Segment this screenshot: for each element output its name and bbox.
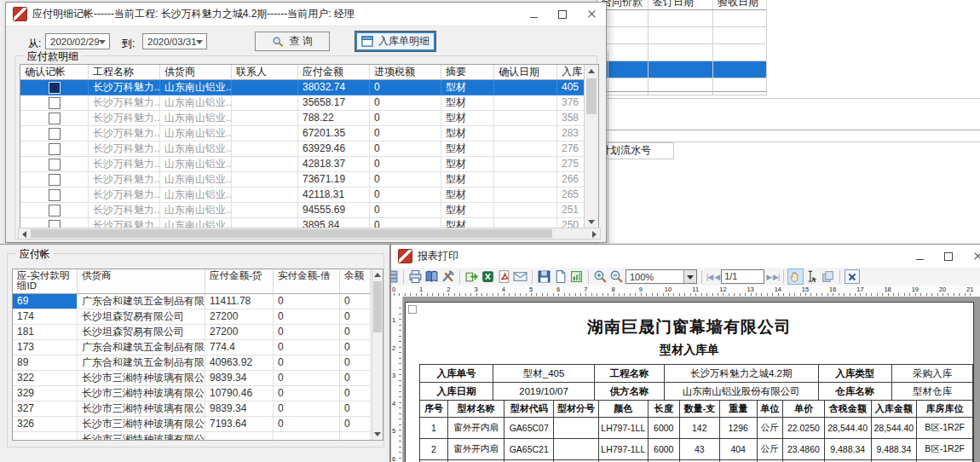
table-row[interactable] bbox=[597, 27, 768, 44]
scrollbar-thumb[interactable] bbox=[373, 281, 382, 332]
vertical-scrollbar[interactable] bbox=[584, 65, 598, 228]
table-row[interactable]: 长沙万科魅力...山东南山铝业...788.220型材358 bbox=[20, 111, 598, 126]
tools-icon[interactable] bbox=[441, 269, 455, 284]
table-row[interactable]: 69广东合和建筑五金制品有限公司11411.7800 bbox=[13, 294, 383, 309]
column-header[interactable]: 签订日期 bbox=[649, 0, 713, 10]
scroll-up-icon[interactable] bbox=[588, 69, 595, 73]
close-button[interactable] bbox=[963, 245, 980, 268]
hand-tool-icon[interactable] bbox=[788, 269, 803, 284]
table-row[interactable] bbox=[597, 78, 768, 95]
confirm-checkbox[interactable] bbox=[49, 159, 61, 170]
table-row[interactable]: 长沙市三湘特种玻璃有限公司 bbox=[13, 432, 383, 441]
column-header[interactable]: 供货商 bbox=[78, 269, 205, 294]
scrollbar-thumb[interactable] bbox=[586, 78, 597, 114]
table-row[interactable]: 长沙万科魅力...山东南山铝业...94555.690型材251 bbox=[20, 203, 598, 218]
scroll-left-icon[interactable] bbox=[22, 231, 26, 238]
column-header[interactable]: 供货商 bbox=[160, 65, 232, 80]
confirm-checkbox[interactable] bbox=[49, 82, 61, 94]
table-row[interactable]: 173广东合和建筑五金制品有限公司774.400 bbox=[13, 340, 383, 355]
grid-icon[interactable] bbox=[390, 269, 399, 284]
text-select-icon[interactable] bbox=[804, 269, 819, 284]
table-row[interactable] bbox=[597, 61, 768, 78]
maximize-button[interactable] bbox=[548, 3, 577, 26]
table-row[interactable]: 181长沙坦森贸易有限公司2720000 bbox=[13, 325, 383, 340]
to-date-combo[interactable]: 2020/03/31 bbox=[142, 33, 207, 49]
confirm-checkbox[interactable] bbox=[49, 113, 61, 124]
table-row[interactable]: 174长沙坦森贸易有限公司2720000 bbox=[13, 309, 383, 325]
maximize-button[interactable] bbox=[934, 245, 963, 268]
column-header[interactable]: 进项税额 bbox=[370, 65, 441, 80]
titlebar[interactable]: 报表打印 bbox=[391, 245, 980, 269]
group-title: 应付款明细 bbox=[24, 49, 82, 64]
scroll-right-icon[interactable] bbox=[592, 231, 597, 238]
preview-area[interactable]: 123456 湖南巨晟门窗幕墙有限公司 型材入库单 入库单号型材_405工程名称… bbox=[391, 297, 980, 462]
save-icon[interactable] bbox=[537, 269, 551, 284]
minimize-button[interactable] bbox=[519, 3, 548, 26]
mail-icon[interactable] bbox=[513, 269, 527, 284]
dropdown-button[interactable] bbox=[683, 270, 696, 283]
report-form-title: 型材入库单 bbox=[406, 343, 973, 358]
next-page-icon[interactable]: ▶ bbox=[766, 273, 771, 281]
table-row[interactable]: 长沙万科魅力...山东南山铝业...35658.170型材376 bbox=[20, 95, 598, 111]
confirm-checkbox[interactable] bbox=[49, 205, 61, 217]
print-icon[interactable] bbox=[408, 269, 423, 284]
horizontal-scrollbar[interactable] bbox=[18, 228, 601, 240]
column-header[interactable]: 确认记帐 bbox=[20, 65, 89, 80]
minimize-button[interactable] bbox=[905, 245, 934, 268]
scroll-down-icon[interactable] bbox=[374, 432, 381, 436]
table-row[interactable]: 329长沙市三湘特种玻璃有限公司10790.4600 bbox=[13, 386, 383, 401]
zoom-level-combo[interactable]: 100% bbox=[625, 269, 697, 284]
last-page-icon[interactable]: ▶| bbox=[773, 273, 779, 281]
excel-icon[interactable] bbox=[481, 269, 495, 284]
from-date-combo[interactable]: 2020/02/29 bbox=[45, 33, 110, 49]
page-icon[interactable] bbox=[553, 269, 568, 284]
zoom-out-icon[interactable] bbox=[609, 269, 624, 284]
chart-icon[interactable] bbox=[569, 269, 584, 284]
table-row[interactable]: 327长沙市三湘特种玻璃有限公司9839.3400 bbox=[13, 401, 383, 417]
confirm-checkbox[interactable] bbox=[49, 174, 61, 186]
confirm-checkbox[interactable] bbox=[49, 189, 61, 201]
pdf-icon[interactable] bbox=[497, 269, 511, 284]
table-row[interactable]: 长沙万科魅力...山东南山铝业...73671.190型材266 bbox=[20, 172, 598, 188]
page-indicator[interactable]: 1/1 bbox=[721, 269, 764, 284]
column-header[interactable]: 联系人 bbox=[232, 65, 298, 80]
column-header[interactable]: 应-实付款明细ID bbox=[13, 269, 78, 294]
confirm-checkbox[interactable] bbox=[49, 97, 61, 109]
column-header[interactable]: 实付金额-借 bbox=[274, 269, 340, 294]
column-header[interactable]: 确认日期 bbox=[494, 65, 557, 80]
zoom-in-icon[interactable] bbox=[593, 269, 608, 284]
table-row[interactable]: 长沙万科魅力...山东南山铝业...63929.460型材276 bbox=[20, 141, 598, 157]
column-header[interactable]: 工程名称 bbox=[89, 65, 160, 80]
scroll-up-icon[interactable] bbox=[374, 273, 381, 277]
table-row[interactable]: 322长沙市三湘特种玻璃有限公司9839.3400 bbox=[13, 371, 383, 386]
table-row[interactable]: 326长沙市三湘特种玻璃有限公司7193.6400 bbox=[13, 417, 383, 432]
column-header[interactable]: 应付金额 bbox=[298, 65, 370, 80]
book-icon[interactable] bbox=[424, 269, 439, 284]
column-header[interactable]: 余额 bbox=[340, 269, 371, 294]
column-header[interactable]: 应付金额-贷 bbox=[205, 269, 274, 294]
vertical-scrollbar[interactable] bbox=[372, 269, 383, 440]
first-page-icon[interactable]: |◀ bbox=[706, 273, 712, 281]
column-header[interactable]: 入库 bbox=[557, 65, 585, 80]
table-row[interactable]: 长沙万科魅力...山东南山铝业...42818.370型材275 bbox=[20, 157, 598, 172]
table-row[interactable]: 长沙万科魅力...山东南山铝业...42118.310型材265 bbox=[20, 188, 598, 203]
scroll-down-icon[interactable] bbox=[588, 220, 595, 224]
table-row[interactable]: 89广东合和建筑五金制品有限公司40963.9200 bbox=[13, 355, 383, 371]
confirm-checkbox[interactable] bbox=[49, 143, 61, 155]
scrollbar-thumb[interactable] bbox=[31, 229, 552, 238]
copy-pages-icon[interactable] bbox=[821, 269, 835, 284]
table-row[interactable]: 长沙万科魅力...山东南山铝业...38032.740型材405 bbox=[20, 80, 598, 95]
close-button[interactable] bbox=[577, 3, 606, 26]
titlebar[interactable]: 应付明细记帐------当前工程: 长沙万科魅力之城4.2期------当前用户… bbox=[6, 3, 606, 26]
export-icon[interactable] bbox=[464, 269, 479, 284]
table-row[interactable] bbox=[597, 10, 768, 27]
column-header[interactable]: 摘要 bbox=[441, 65, 494, 80]
table-row[interactable] bbox=[597, 44, 768, 61]
column-header[interactable]: 验收日期 bbox=[713, 0, 767, 10]
inbound-detail-button[interactable]: 入库单明细 bbox=[355, 32, 435, 51]
confirm-checkbox[interactable] bbox=[49, 128, 61, 140]
close-preview-icon[interactable] bbox=[845, 269, 860, 284]
table-row[interactable]: 长沙万科魅力...山东南山铝业...67201.350型材283 bbox=[20, 126, 598, 141]
prev-page-icon[interactable]: ◀ bbox=[714, 273, 719, 281]
query-button[interactable]: 查 询 bbox=[255, 32, 330, 51]
